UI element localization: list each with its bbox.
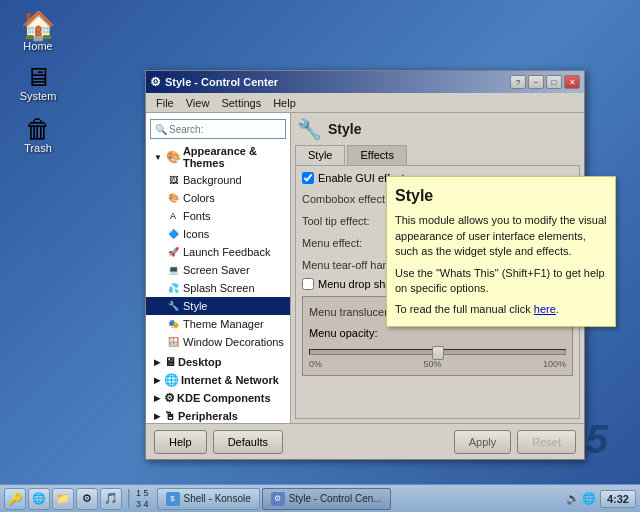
window-deco-icon: 🪟: [166, 335, 180, 349]
desktop-section-icon: 🖥: [164, 355, 176, 369]
slider-row: 0% 50% 100%: [309, 343, 566, 369]
internet-section-icon: 🌐: [164, 373, 179, 387]
sidebar-item-theme-manager[interactable]: 🎭Theme Manager: [146, 315, 290, 333]
desktop-expand-icon: ▶: [154, 358, 160, 367]
theme-icon: 🎭: [166, 317, 180, 331]
sidebar-item-background[interactable]: 🖼Background: [146, 171, 290, 189]
apply-button[interactable]: Apply: [454, 430, 512, 454]
desktop-icon-home[interactable]: 🏠 Home: [8, 8, 68, 56]
content-area: 🔍 ▼ 🎨 Appearance & Themes 🖼Background 🎨C…: [146, 113, 584, 423]
desktop-section-label: Desktop: [178, 356, 221, 368]
tab-effects[interactable]: Effects: [347, 145, 406, 165]
sidebar-section-internet[interactable]: ▶ 🌐 Internet & Network: [146, 371, 290, 389]
control-center-window: ⚙ Style - Control Center ? − □ ✕ File Vi…: [145, 70, 585, 460]
slider-thumb[interactable]: [432, 346, 444, 360]
kde-expand-icon: ▶: [154, 394, 160, 403]
taskbar-icon-2[interactable]: 📁: [52, 488, 74, 510]
sidebar-item-window-decorations[interactable]: 🪟Window Decorations: [146, 333, 290, 351]
panel-title: Style: [328, 121, 361, 137]
screen-saver-icon: 💻: [166, 263, 180, 277]
sidebar-item-screen-saver[interactable]: 💻Screen Saver: [146, 261, 290, 279]
taskbar-icon-4[interactable]: 🎵: [100, 488, 122, 510]
home-icon: 🏠: [21, 12, 56, 40]
info-box: Style This module allows you to modify t…: [386, 176, 616, 327]
tray-icon-1: 🔊: [566, 492, 580, 505]
window-controls: ? − □ ✕: [510, 75, 580, 89]
task-shell-icon: $: [166, 492, 180, 506]
menu-help[interactable]: Help: [267, 95, 302, 111]
sidebar-item-launch-feedback[interactable]: 🚀Launch Feedback: [146, 243, 290, 261]
desktop-icon-system[interactable]: 🖥 System: [8, 60, 68, 106]
enable-gui-checkbox[interactable]: [302, 172, 314, 184]
task-control-icon: ⚙: [271, 492, 285, 506]
info-box-link[interactable]: here: [534, 303, 556, 315]
maximize-btn[interactable]: □: [546, 75, 562, 89]
sidebar-item-fonts[interactable]: AFonts: [146, 207, 290, 225]
slider-labels: 0% 50% 100%: [309, 359, 566, 369]
window-title-icon: ⚙: [150, 75, 161, 89]
icons-icon: 🔷: [166, 227, 180, 241]
search-icon: 🔍: [155, 124, 167, 135]
internet-section-label: Internet & Network: [181, 374, 279, 386]
info-box-para3-suffix: .: [556, 303, 559, 315]
defaults-button[interactable]: Defaults: [213, 430, 283, 454]
k-menu-btn[interactable]: 🔑: [4, 488, 26, 510]
sidebar-item-icons[interactable]: 🔷Icons: [146, 225, 290, 243]
menu-file[interactable]: File: [150, 95, 180, 111]
menu-view[interactable]: View: [180, 95, 216, 111]
left-buttons: Help Defaults: [154, 430, 283, 454]
help-btn[interactable]: ?: [510, 75, 526, 89]
taskbar: 🔑 🌐 📁 ⚙ 🎵 1 5 3 4 $ Shell - Konsole ⚙ St…: [0, 484, 640, 512]
sidebar-section-peripherals[interactable]: ▶ 🖱 Peripherals: [146, 407, 290, 423]
tray-icon-2: 🌐: [582, 492, 596, 505]
settings-panel: Enable GUI effects Combobox effect: Anim…: [295, 165, 580, 419]
kde-section-label: KDE Components: [177, 392, 271, 404]
opacity-label: Menu opacity:: [309, 327, 377, 339]
slider-max-label: 100%: [543, 359, 566, 369]
search-box: 🔍: [150, 119, 286, 139]
sidebar-item-colors[interactable]: 🎨Colors: [146, 189, 290, 207]
taskbar-right: 🔊 🌐 4:32: [562, 490, 640, 508]
sidebar-item-style[interactable]: 🔧Style: [146, 297, 290, 315]
info-box-para3-prefix: To read the full manual click: [395, 303, 534, 315]
drop-shadow-checkbox[interactable]: [302, 278, 314, 290]
task-control[interactable]: ⚙ Style - Control Cen...: [262, 488, 391, 510]
opacity-row: Menu opacity:: [309, 327, 566, 339]
taskbar-divider: [128, 489, 130, 509]
kde-section-icon: ⚙: [164, 391, 175, 405]
taskbar-tasks: $ Shell - Konsole ⚙ Style - Control Cen.…: [153, 488, 562, 510]
taskbar-icon-3[interactable]: ⚙: [76, 488, 98, 510]
taskbar-left: 🔑 🌐 📁 ⚙ 🎵: [0, 488, 126, 510]
menu-settings[interactable]: Settings: [215, 95, 267, 111]
task-count: 1 5 3 4: [132, 488, 153, 510]
desktop-icon-trash[interactable]: 🗑 Trash: [8, 112, 68, 158]
sidebar-section-appearance[interactable]: ▼ 🎨 Appearance & Themes: [146, 143, 290, 171]
minimize-btn[interactable]: −: [528, 75, 544, 89]
panel-header: 🔧 Style: [291, 113, 584, 141]
periph-expand-icon: ▶: [154, 412, 160, 421]
search-input[interactable]: [169, 124, 281, 135]
taskbar-icon-1[interactable]: 🌐: [28, 488, 50, 510]
window-title-text: Style - Control Center: [165, 76, 278, 88]
trash-icon: 🗑: [25, 116, 51, 142]
info-box-para3: To read the full manual click here.: [395, 302, 607, 317]
sidebar-section-desktop[interactable]: ▶ 🖥 Desktop: [146, 353, 290, 371]
info-box-para2: Use the "Whats This" (Shift+F1) to get h…: [395, 266, 607, 297]
sidebar-item-splash-screen[interactable]: 💦Splash Screen: [146, 279, 290, 297]
reset-button[interactable]: Reset: [517, 430, 576, 454]
trash-label: Trash: [24, 142, 52, 154]
close-btn[interactable]: ✕: [564, 75, 580, 89]
opacity-slider-track[interactable]: [309, 349, 566, 355]
expand-icon: ▼: [154, 153, 162, 162]
menubar: File View Settings Help: [146, 93, 584, 113]
task-shell[interactable]: $ Shell - Konsole: [157, 488, 260, 510]
system-tray: 🔊 🌐: [566, 492, 596, 505]
window-titlebar: ⚙ Style - Control Center ? − □ ✕: [146, 71, 584, 93]
help-button[interactable]: Help: [154, 430, 207, 454]
sidebar-section-kde[interactable]: ▶ ⚙ KDE Components: [146, 389, 290, 407]
task-shell-label: Shell - Konsole: [184, 493, 251, 504]
section-icon: 🎨: [166, 150, 181, 164]
window-title: ⚙ Style - Control Center: [150, 75, 278, 89]
periph-section-label: Peripherals: [178, 410, 238, 422]
tab-style[interactable]: Style: [295, 145, 345, 165]
